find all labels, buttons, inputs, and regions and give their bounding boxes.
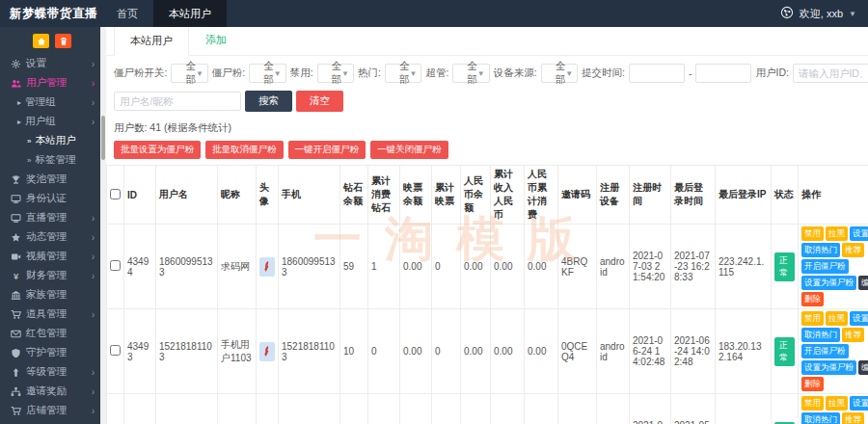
sidebar-item-12[interactable]: 家族管理 — [0, 285, 100, 305]
action-编辑[interactable]: 编辑 — [858, 276, 868, 290]
cell-checkbox — [107, 394, 124, 424]
action-删除[interactable]: 删除 — [801, 377, 824, 391]
cell-phone: 18632229371 — [279, 394, 340, 424]
sidebar-item-1[interactable]: 用户管理› — [0, 73, 100, 93]
bank-icon — [11, 290, 21, 301]
sidebar-item-2[interactable]: ▸管理组› — [0, 93, 100, 112]
filter-select-0[interactable]: 全部▼ — [171, 64, 207, 83]
batch-button-2[interactable]: 一键开启僵尸粉 — [288, 141, 366, 159]
name-input[interactable] — [114, 92, 241, 111]
action-推荐[interactable]: 推荐 — [842, 412, 864, 424]
trash-button[interactable] — [55, 34, 71, 48]
welcome-user-menu[interactable]: 欢迎, xxb — [800, 7, 843, 21]
tab-add[interactable]: 添加 — [189, 27, 243, 55]
sidebar-item-9[interactable]: 动态管理› — [0, 227, 100, 247]
action-设置超管[interactable]: 设置超管 — [850, 311, 868, 326]
table-row: 4349315218181103手机用户1103152181811031000.… — [107, 309, 868, 394]
action-设置超管[interactable]: 设置超管 — [850, 396, 868, 411]
cell-last-ip: 183.20.132.164 — [716, 309, 772, 394]
filter-label-1: 僵尸粉: — [212, 66, 245, 80]
action-推荐[interactable]: 推荐 — [842, 243, 864, 257]
action-开启僵尸粉[interactable]: 开启僵尸粉 — [801, 259, 849, 274]
action-删除[interactable]: 删除 — [801, 292, 824, 306]
sidebar-item-8[interactable]: 直播管理› — [0, 208, 100, 227]
userid-label: 用户ID: — [755, 66, 788, 80]
cell-nickname: 手机用户9371 — [218, 394, 257, 424]
col-header-2: 用户名 — [156, 166, 218, 225]
trophy-icon — [11, 174, 21, 185]
avatar[interactable] — [259, 257, 275, 277]
sidebar-item-4[interactable]: »本站用户 — [0, 131, 100, 150]
share-icon[interactable] — [780, 6, 794, 21]
time-label: 提交时间: — [582, 66, 625, 80]
sidebar-item-10[interactable]: 视频管理› — [0, 247, 100, 266]
action-禁用[interactable]: 禁用 — [801, 226, 824, 241]
sidebar-item-3[interactable]: ▸用户组› — [0, 112, 100, 131]
sidebar-scrollbar[interactable] — [100, 27, 106, 424]
action-拉黑[interactable]: 拉黑 — [826, 311, 848, 326]
action-取消热门[interactable]: 取消热门 — [801, 412, 840, 424]
sidebar-item-16[interactable]: 等级管理› — [0, 362, 100, 382]
action-设置超管[interactable]: 设置超管 — [850, 226, 868, 241]
filter-select-4[interactable]: 全部▼ — [452, 64, 489, 83]
batch-button-3[interactable]: 一键关闭僵尸粉 — [370, 141, 448, 159]
sidebar-item-13[interactable]: 道具管理› — [0, 305, 100, 324]
tab-site-users[interactable]: 本站用户 — [114, 27, 189, 56]
batch-buttons: 批量设置为僵尸粉批量取消僵尸粉一键开启僵尸粉一键关闭僵尸粉 — [106, 141, 868, 165]
time-from-input[interactable] — [629, 64, 685, 83]
batch-button-1[interactable]: 批量取消僵尸粉 — [205, 141, 284, 159]
action-编辑[interactable]: 编辑 — [858, 360, 868, 375]
batch-button-0[interactable]: 批量设置为僵尸粉 — [114, 141, 201, 159]
avatar[interactable] — [259, 342, 275, 361]
search-button[interactable]: 搜索 — [245, 91, 292, 112]
cell-invite-code: 0QCEQ4 — [558, 309, 597, 394]
cell-diamond: 0 — [340, 394, 368, 424]
filter-select-5[interactable]: 全部▼ — [541, 64, 578, 83]
col-header-11: 累计收入人民币 — [491, 166, 525, 225]
userid-input[interactable] — [793, 64, 868, 83]
sidebar-item-label: 邀请奖励 — [26, 384, 67, 398]
sidebar-item-label: 等级管理 — [26, 365, 67, 379]
action-禁用[interactable]: 禁用 — [801, 396, 824, 411]
action-拉黑[interactable]: 拉黑 — [826, 226, 848, 241]
action-取消热门[interactable]: 取消热门 — [801, 328, 840, 342]
filter-select-2[interactable]: 全部▼ — [317, 64, 354, 83]
col-header-8: 映票余额 — [400, 166, 432, 225]
time-to-input[interactable] — [695, 64, 751, 83]
sidebar-item-7[interactable]: 身份认证 — [0, 189, 100, 208]
home-button[interactable] — [33, 34, 49, 48]
sidebar: 设置›用户管理›▸管理组›▸用户组›»本站用户»标签管理奖池管理身份认证直播管理… — [0, 27, 100, 424]
action-设置为僵尸粉[interactable]: 设置为僵尸粉 — [801, 276, 856, 290]
top-tab-1[interactable]: 本站用户 — [153, 0, 227, 27]
chevron-down-icon: ▼ — [409, 69, 417, 78]
sidebar-item-18[interactable]: 店铺管理› — [0, 401, 100, 420]
action-推荐[interactable]: 推荐 — [842, 328, 864, 342]
action-设置为僵尸粉[interactable]: 设置为僵尸粉 — [801, 360, 856, 375]
sidebar-item-5[interactable]: »标签管理 — [0, 150, 100, 170]
cell-actions: 禁用拉黑设置超管取消热门推荐开启僵尸粉设置为僵尸粉编辑删除 — [799, 225, 868, 309]
top-navbar: 新梦蝶带货直播 首页本站用户 欢迎, xxb ▼ — [0, 0, 868, 27]
chevron-right-icon: › — [92, 231, 95, 244]
action-取消热门[interactable]: 取消热门 — [801, 243, 840, 257]
sidebar-item-11[interactable]: ¥财务管理› — [0, 266, 100, 285]
select-all-checkbox[interactable] — [110, 189, 121, 199]
row-checkbox[interactable] — [110, 260, 121, 271]
cell-checkbox — [107, 225, 124, 309]
filter-select-3[interactable]: 全部▼ — [385, 64, 421, 83]
sidebar-item-6[interactable]: 奖池管理 — [0, 170, 100, 189]
sidebar-item-label: 视频管理 — [26, 250, 67, 263]
sidebar-item-14[interactable]: 红包管理 — [0, 324, 100, 343]
sidebar-item-17[interactable]: 邀请奖励› — [0, 382, 100, 401]
action-拉黑[interactable]: 拉黑 — [826, 396, 848, 411]
sidebar-item-15[interactable]: 守护管理 — [0, 343, 100, 362]
clear-button[interactable]: 清空 — [296, 91, 343, 112]
filter-select-1[interactable]: 全部▼ — [249, 64, 285, 83]
top-tab-0[interactable]: 首页 — [101, 0, 153, 27]
sidebar-scrollbar-thumb[interactable] — [101, 116, 105, 160]
action-开启僵尸粉[interactable]: 开启僵尸粉 — [801, 344, 849, 358]
action-禁用[interactable]: 禁用 — [801, 311, 824, 326]
cell-ticket-balance: 0.00 — [400, 394, 432, 424]
sidebar-item-0[interactable]: 设置› — [0, 54, 100, 73]
app-title: 新梦蝶带货直播 — [0, 0, 101, 27]
row-checkbox[interactable] — [110, 345, 121, 356]
